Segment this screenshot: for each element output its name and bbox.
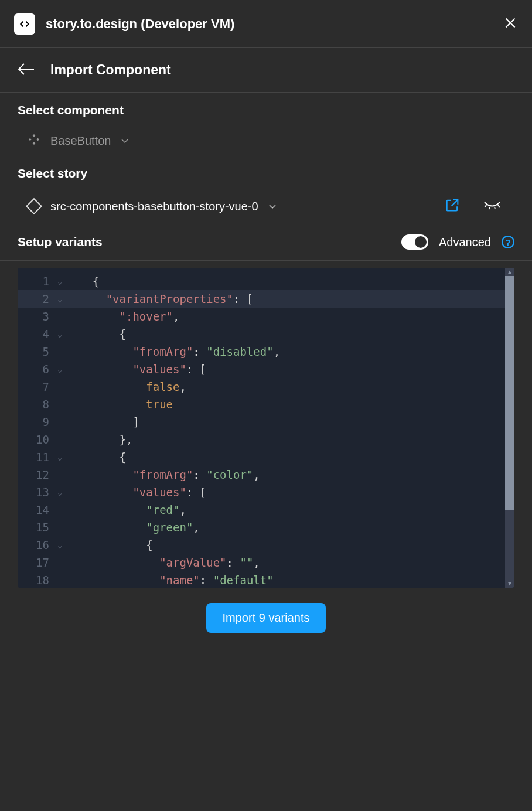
external-link-icon[interactable] <box>444 197 461 216</box>
svg-line-11 <box>498 205 500 207</box>
select-story-heading: Select story <box>18 166 514 180</box>
story-actions <box>444 197 504 216</box>
app-icon <box>14 13 35 35</box>
select-story-section: Select story src-components-basebutton-s… <box>0 163 532 232</box>
story-value: src-components-basebutton-story-vue-0 <box>50 200 258 213</box>
component-value: BaseButton <box>50 134 111 148</box>
svg-rect-4 <box>33 142 36 145</box>
select-component-section: Select component BaseButton <box>0 93 532 163</box>
scrollbar-thumb[interactable] <box>505 276 514 510</box>
advanced-toggle[interactable] <box>401 234 428 250</box>
advanced-label: Advanced <box>439 236 491 249</box>
titlebar-left: story.to.design (Developer VM) <box>14 13 234 35</box>
select-component-heading: Select component <box>18 103 514 117</box>
setup-variants-header: Setup variants Advanced ? <box>0 232 532 261</box>
back-icon[interactable] <box>18 63 35 78</box>
svg-line-7 <box>452 200 458 206</box>
nav-header: Import Component <box>0 48 532 93</box>
svg-line-10 <box>495 207 495 209</box>
chevron-down-icon <box>121 136 128 145</box>
story-icon <box>28 200 40 212</box>
app-title: story.to.design (Developer VM) <box>46 16 234 32</box>
eye-closed-icon[interactable] <box>483 199 502 213</box>
svg-line-9 <box>489 207 490 209</box>
editor-scrollbar[interactable]: ▲ ▼ <box>505 268 514 588</box>
editor-code[interactable]: { "variantProperties": [ ":hover", { "fr… <box>66 268 505 588</box>
code-editor[interactable]: 123456789101112131415161718 { "variantPr… <box>18 268 514 588</box>
svg-rect-5 <box>29 138 32 141</box>
page-title: Import Component <box>50 62 171 78</box>
close-icon[interactable] <box>503 15 518 33</box>
svg-line-8 <box>485 205 486 207</box>
chevron-down-icon <box>269 202 276 211</box>
setup-variants-heading: Setup variants <box>18 235 103 249</box>
svg-rect-6 <box>36 138 39 141</box>
editor-gutter: 123456789101112131415161718 <box>18 268 66 588</box>
help-icon[interactable]: ? <box>502 236 514 248</box>
story-selector[interactable]: src-components-basebutton-story-vue-0 <box>28 200 276 213</box>
component-selector[interactable]: BaseButton <box>18 117 514 163</box>
component-icon <box>28 134 40 148</box>
footer: Import 9 variants <box>0 588 532 648</box>
titlebar: story.to.design (Developer VM) <box>0 0 532 48</box>
import-button[interactable]: Import 9 variants <box>206 603 326 633</box>
code-editor-wrap: 123456789101112131415161718 { "variantPr… <box>0 261 532 588</box>
svg-rect-3 <box>33 134 36 137</box>
